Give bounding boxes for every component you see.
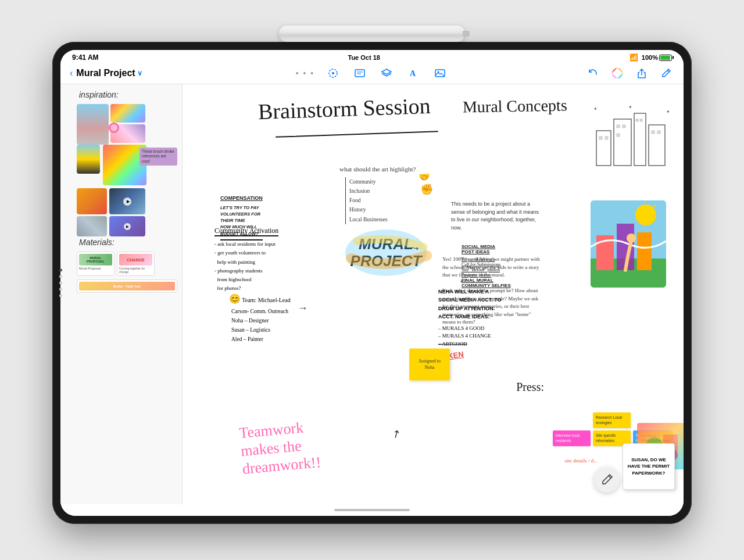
textbox-tool-icon[interactable]	[352, 65, 368, 81]
sticky-interview: Interview local residents	[553, 430, 591, 446]
svg-point-9	[615, 71, 620, 76]
device-wrapper: 9:41 AM Tue Oct 18 📶 100% ‹	[52, 36, 692, 524]
svg-rect-19	[623, 125, 625, 128]
mural-illustration	[591, 200, 666, 288]
svg-rect-36	[637, 232, 652, 270]
purple-sticky-collage: These brush stroke references are cool!	[140, 148, 177, 166]
status-bar: 9:41 AM Tue Oct 18 📶 100%	[60, 50, 684, 63]
battery-body	[659, 55, 672, 61]
handshake-emoji: 🤝	[419, 171, 430, 182]
lasso-tool-icon[interactable]	[325, 65, 341, 81]
aerial-photo	[77, 216, 107, 236]
teamwork-text: Teamworkmakes thedreamwork!!	[238, 418, 321, 479]
abstract-photo-1	[110, 104, 145, 123]
nav-dot-5	[60, 295, 62, 297]
svg-text:✦: ✦	[628, 105, 632, 110]
nav-dot-3	[60, 282, 62, 285]
inspiration-label: inspiration:	[79, 90, 177, 99]
toolbar-right	[570, 65, 674, 81]
svg-rect-22	[640, 119, 642, 121]
svg-text:✦: ✦	[593, 106, 598, 112]
belonging-text: This needs to be a project about a sense…	[451, 200, 544, 232]
susan-note-text: SUSAN, DO WE HAVE THE PERMIT PAPERWORK?	[627, 457, 671, 476]
susan-note: SUSAN, DO WE HAVE THE PERMIT PAPERWORK?	[623, 443, 675, 490]
svg-line-41	[609, 476, 611, 478]
undo-icon[interactable]	[585, 65, 601, 81]
acct-options: – MURALS 4 GOOD – Murals 4 Change – ArtG…	[438, 325, 502, 349]
svg-point-1	[332, 72, 334, 74]
pink-circle-marker	[109, 123, 119, 133]
team-members: Carson- Comm. Outreach Noha – Designer S…	[231, 307, 291, 344]
community-activation-block: Community Activation - ask local residen…	[214, 227, 278, 293]
status-time: 9:41 AM	[72, 53, 99, 62]
toolbar-left: ‹ Mural Project ∨	[70, 68, 174, 78]
project-title[interactable]: Mural Project ∨	[76, 68, 142, 78]
community-items: - ask local residents for input - get yo…	[214, 240, 278, 293]
video-thumbnail[interactable]: ▶	[109, 188, 145, 214]
mural-concepts-title: Mural Concepts	[463, 96, 567, 116]
text-tool-icon[interactable]: A	[405, 65, 421, 81]
svg-point-37	[627, 234, 636, 243]
team-block: 😊 Team: Michael-Lead Carson- Comm. Outre…	[229, 293, 291, 344]
layers-tool-icon[interactable]	[378, 65, 395, 81]
process-title: Press:	[516, 380, 544, 394]
svg-rect-2	[355, 70, 364, 77]
share-icon[interactable]	[634, 65, 650, 81]
team-arrow: →	[298, 302, 308, 314]
team-heading: 😊 Team: Michael-Lead	[229, 293, 291, 304]
change-book-card[interactable]: CHANGE Coming together for change	[117, 252, 155, 276]
nav-dot-4	[60, 288, 62, 291]
community-heading: Community Activation	[214, 227, 278, 236]
video-thumbnail-2[interactable]: ▶	[109, 216, 145, 236]
svg-point-30	[635, 204, 656, 225]
person-photo	[77, 104, 109, 145]
conversation-text: Yes! 100%! — thinking we might partner w…	[442, 256, 541, 326]
status-date: Tue Oct 18	[348, 54, 380, 61]
status-right: 📶 100%	[629, 53, 672, 62]
art-highlight-block: what should the art highlight? Community…	[339, 166, 416, 224]
nav-dot-2	[60, 275, 62, 278]
palette-icon[interactable]	[609, 65, 625, 81]
assigned-sticky: Assigned toNeha	[409, 349, 450, 380]
battery: 100%	[642, 54, 672, 61]
svg-rect-17	[605, 137, 608, 139]
yellow-jacket-photo	[77, 145, 100, 174]
svg-text:A: A	[410, 69, 416, 78]
svg-rect-23	[652, 131, 654, 134]
arrow-to-center: →	[408, 240, 422, 255]
sticky-research-local: Research Local ecologies	[593, 412, 631, 428]
apple-pencil	[279, 26, 465, 42]
image-tool-icon[interactable]	[432, 65, 448, 81]
project-title-text: Mural Project	[76, 68, 135, 78]
materials-label: Materials:	[79, 238, 177, 247]
social-media-heading: SOCIAL MEDIAPOST IDEAS	[462, 244, 511, 254]
art-highlight-question: what should the art highlight?	[339, 166, 416, 173]
pencil-tool-button[interactable]	[594, 467, 620, 493]
fist-emoji: ✊	[420, 183, 433, 196]
svg-rect-15	[649, 125, 665, 166]
wifi-icon: 📶	[629, 53, 638, 62]
materials-section: Materials: MURALPROPOSAL Mural Proposal	[77, 238, 177, 293]
ipad-device: 9:41 AM Tue Oct 18 📶 100% ‹	[52, 42, 692, 524]
bottom-arrow: ↗	[389, 426, 403, 442]
back-button[interactable]: ‹	[70, 68, 73, 78]
canvas-area[interactable]: Brainstorm Session Mural Concepts	[183, 84, 684, 504]
svg-rect-12	[596, 131, 611, 166]
svg-rect-24	[657, 131, 660, 134]
building-illustration: ✦ ✦ ✦	[591, 102, 672, 171]
svg-text:✦: ✦	[666, 109, 670, 114]
site-details-text: site details / d...	[565, 458, 598, 464]
mural-proposal-card[interactable]: MURALPROPOSAL Mural Proposal	[77, 252, 115, 276]
table-talk-card[interactable]: Buffet - Table Talk	[77, 279, 177, 293]
svg-rect-21	[636, 119, 638, 121]
compensation-heading: COMPENSATION	[220, 195, 263, 203]
sidebar-nav-dots	[60, 269, 62, 297]
nav-dot-1	[60, 269, 62, 272]
main-content: inspiration:	[60, 84, 684, 504]
edit-icon[interactable]	[658, 65, 674, 81]
toolbar-dots: • • •	[296, 69, 314, 78]
svg-line-11	[667, 70, 669, 72]
canvas-main-title: Brainstorm Session	[257, 93, 431, 124]
art-highlight-items: CommunityInclusionFoodHistoryLocal Busin…	[345, 177, 416, 224]
bottom-bar	[60, 504, 684, 516]
